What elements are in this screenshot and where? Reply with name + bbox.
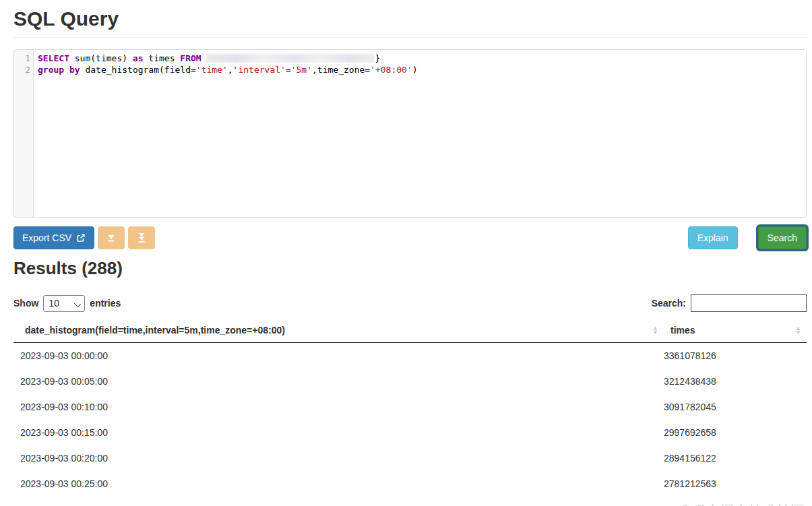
- cell-times: 3361078126: [664, 343, 807, 369]
- table-search-input[interactable]: [691, 294, 807, 312]
- code-token: FROM: [180, 53, 201, 63]
- toolbar: Export CSV: [13, 226, 807, 249]
- cell-date: 2023-09-03 00:15:00: [13, 420, 664, 445]
- cell-date: 2023-09-03 00:20:00: [13, 445, 664, 471]
- cell-times: 2781212563: [664, 471, 807, 497]
- export-csv-label: Export CSV: [22, 232, 71, 243]
- cell-date: 2023-09-03 00:25:00: [13, 471, 664, 497]
- results-heading: Results (288): [13, 258, 807, 279]
- table-row[interactable]: 2023-09-03 00:00:00 3361078126: [13, 343, 807, 369]
- table-row[interactable]: 2023-09-03 00:20:00 2894156122: [13, 445, 807, 471]
- cell-date: 2023-09-03 00:30:00: [13, 497, 664, 506]
- cell-date: 2023-09-03 00:10:00: [13, 394, 664, 420]
- table-header-row: date_histogram(field=time,interval=5m,ti…: [13, 318, 807, 343]
- cell-times: 2702249260: [664, 497, 807, 506]
- code-line: SELECT sum(times) as times FROM }: [38, 53, 806, 64]
- page-title: SQL Query: [13, 7, 807, 38]
- page-length-control: Show 10 entries: [13, 295, 121, 312]
- redacted-table-name: [206, 54, 375, 63]
- table-search-label: Search:: [652, 298, 686, 309]
- results-table-body: 2023-09-03 00:00:00 3361078126 2023-09-0…: [13, 343, 807, 506]
- column-header-label: times: [670, 325, 695, 336]
- toolbar-left: Export CSV: [13, 226, 155, 249]
- scroll-to-bottom-button[interactable]: [98, 226, 125, 249]
- sort-arrows-icon[interactable]: ▲▼: [795, 326, 801, 334]
- table-row[interactable]: 2023-09-03 00:05:00 3212438438: [13, 369, 807, 394]
- editor-gutter: 12: [14, 50, 34, 217]
- cell-date: 2023-09-03 00:00:00: [13, 343, 664, 369]
- line-number: 2: [14, 64, 30, 75]
- cell-times: 2997692658: [664, 420, 807, 445]
- table-row[interactable]: 2023-09-03 00:30:00 2702249260: [13, 497, 807, 506]
- page-length-select-wrap: 10: [43, 295, 85, 312]
- code-token: '5m': [291, 65, 312, 75]
- cell-date: 2023-09-03 00:05:00: [13, 369, 664, 394]
- scroll-to-end-button[interactable]: [128, 226, 155, 249]
- code-token: ,time_zone=: [312, 65, 370, 75]
- cell-times: 3091782045: [664, 394, 807, 420]
- sort-arrows-icon[interactable]: ▲▼: [652, 326, 658, 334]
- code-token: group by: [38, 65, 80, 75]
- entries-label: entries: [90, 298, 121, 309]
- triangle-down-to-line-icon: [106, 232, 117, 243]
- sql-query-page: SQL Query 12 SELECT sum(times) as times …: [0, 7, 812, 506]
- code-token: '+08:00': [370, 65, 412, 75]
- explain-button[interactable]: Explain: [688, 226, 738, 249]
- cell-times: 3212438438: [664, 369, 807, 394]
- code-token: ): [412, 65, 418, 75]
- line-number: 1: [14, 53, 30, 64]
- table-search-control: Search:: [652, 294, 807, 312]
- column-header-label: date_histogram(field=time,interval=5m,ti…: [25, 325, 285, 336]
- code-token: ,: [228, 65, 233, 75]
- sql-editor[interactable]: 12 SELECT sum(times) as times FROM }grou…: [13, 49, 807, 218]
- export-csv-button[interactable]: Export CSV: [13, 226, 94, 249]
- table-row[interactable]: 2023-09-03 00:10:00 3091782045: [13, 394, 807, 420]
- column-header-date-histogram[interactable]: date_histogram(field=time,interval=5m,ti…: [13, 318, 664, 343]
- table-row[interactable]: 2023-09-03 00:15:00 2997692658: [13, 420, 807, 445]
- show-label: Show: [13, 298, 38, 309]
- editor-code-area[interactable]: SELECT sum(times) as times FROM }group b…: [34, 50, 806, 217]
- search-button[interactable]: Search: [758, 226, 807, 249]
- code-token: as: [133, 53, 144, 63]
- code-token: 'interval': [233, 65, 286, 75]
- page-length-select[interactable]: 10: [43, 295, 85, 312]
- code-token: times: [144, 53, 181, 63]
- code-token: 'time': [196, 65, 228, 75]
- toolbar-right: Explain Search: [688, 226, 807, 249]
- code-token: sum(times): [69, 53, 133, 63]
- code-line: group by date_histogram(field='time','in…: [38, 64, 806, 75]
- external-link-icon: [76, 233, 86, 243]
- table-row[interactable]: 2023-09-03 00:25:00 2781212563: [13, 471, 807, 497]
- table-controls: Show 10 entries Search:: [13, 294, 807, 312]
- code-token: date_histogram(field=: [80, 65, 196, 75]
- double-triangle-down-to-line-icon: [136, 232, 147, 243]
- code-token: =: [286, 65, 291, 75]
- code-token: }: [375, 53, 380, 63]
- cell-times: 2894156122: [664, 445, 807, 471]
- code-token: SELECT: [38, 53, 69, 63]
- column-header-times[interactable]: times ▲▼: [664, 318, 807, 343]
- results-table: date_histogram(field=time,interval=5m,ti…: [13, 318, 807, 506]
- code-token: [201, 53, 207, 63]
